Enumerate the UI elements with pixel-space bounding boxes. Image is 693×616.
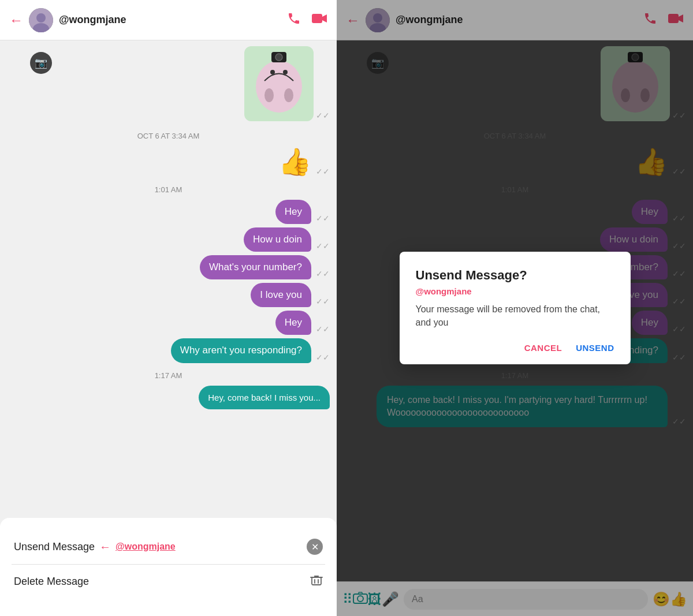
check-hey: ✓✓ — [316, 214, 330, 223]
check-icon-sticker: ✓✓ — [316, 111, 330, 120]
unsend-row: Unsend Message ← @wongmjane — [14, 540, 176, 554]
modal-title: Unsend Message? — [416, 268, 614, 283]
close-unsend-button[interactable]: ✕ — [307, 539, 323, 555]
message-hey[interactable]: Hey ✓✓ — [7, 200, 330, 224]
unsend-label: Unsend Message — [14, 541, 95, 553]
right-panel: ← @wongmjane 📷 — [337, 0, 693, 616]
modal-actions: CANCEL UNSEND — [416, 343, 614, 353]
thumbs-row: 👍 ✓✓ — [7, 146, 330, 177]
check-love: ✓✓ — [316, 297, 330, 306]
sticker-image — [244, 46, 314, 121]
modal-body: Your message will be removed from the ch… — [416, 303, 614, 329]
svg-point-9 — [270, 70, 275, 74]
svg-point-8 — [284, 88, 293, 102]
check-number: ✓✓ — [316, 269, 330, 278]
bubble-love[interactable]: I love you — [251, 283, 311, 307]
left-back-button[interactable]: ← — [9, 12, 23, 28]
unsend-username: @wongmjane — [116, 542, 176, 552]
left-video-icon[interactable] — [311, 12, 327, 29]
camera-button[interactable]: 📷 — [30, 52, 52, 74]
message-number[interactable]: What's your number? ✓✓ — [7, 255, 330, 279]
left-avatar[interactable] — [29, 8, 53, 32]
check-hey2: ✓✓ — [316, 324, 330, 334]
cancel-button[interactable]: CANCEL — [524, 343, 562, 353]
svg-point-1 — [36, 13, 46, 23]
left-panel: ← @wongmjane 📷 — [0, 0, 337, 616]
message-hey2[interactable]: Hey ✓✓ — [7, 311, 330, 335]
unsend-dialog: Unsend Message? @wongmjane Your message … — [400, 252, 631, 364]
bubble-responding[interactable]: Why aren't you responding? — [171, 338, 311, 363]
delete-message-item[interactable]: Delete Message — [12, 565, 325, 599]
left-header-icons — [287, 12, 327, 29]
sticker-area: 📷 ✓✓ — [7, 46, 330, 121]
timestamp-oct6: OCT 6 AT 3:34 AM — [7, 132, 330, 140]
message-love[interactable]: I love you ✓✓ — [7, 283, 330, 307]
svg-point-12 — [275, 54, 282, 61]
timestamp-101: 1:01 AM — [7, 185, 330, 194]
left-username: @wongmjane — [59, 14, 287, 26]
bubble-how[interactable]: How u doin — [244, 227, 311, 252]
svg-point-7 — [264, 88, 274, 102]
timestamp-117: 1:17 AM — [7, 371, 330, 380]
message-partial[interactable]: Hey, come back! I miss you... — [7, 386, 330, 409]
bubble-number[interactable]: What's your number? — [200, 255, 311, 279]
svg-marker-4 — [322, 14, 327, 23]
modal-overlay: Unsend Message? @wongmjane Your message … — [337, 0, 693, 616]
unsend-message-item[interactable]: Unsend Message ← @wongmjane ✕ — [12, 529, 325, 564]
check-icon-thumbs: ✓✓ — [316, 167, 330, 176]
svg-rect-3 — [312, 14, 322, 23]
bottom-sheet: Unsend Message ← @wongmjane ✕ Delete Mes… — [0, 518, 337, 616]
thumbs-up-emoji: 👍 — [278, 146, 311, 177]
check-how: ✓✓ — [316, 241, 330, 251]
bubble-hey[interactable]: Hey — [275, 200, 311, 224]
bubble-partial[interactable]: Hey, come back! I miss you... — [199, 386, 330, 409]
svg-point-5 — [256, 61, 302, 113]
delete-label: Delete Message — [14, 576, 89, 588]
left-header: ← @wongmjane — [0, 0, 337, 40]
svg-point-10 — [283, 70, 288, 74]
bubble-hey2[interactable]: Hey — [275, 311, 311, 335]
left-phone-icon[interactable] — [287, 12, 301, 29]
svg-rect-13 — [312, 577, 321, 585]
modal-username: @wongmjane — [416, 286, 614, 296]
message-how[interactable]: How u doin ✓✓ — [7, 227, 330, 252]
trash-icon[interactable] — [310, 574, 323, 589]
check-responding: ✓✓ — [316, 353, 330, 362]
unsend-button[interactable]: UNSEND — [576, 343, 614, 353]
message-responding[interactable]: Why aren't you responding? ✓✓ — [7, 338, 330, 363]
unsend-arrow-icon: ← — [99, 540, 111, 554]
